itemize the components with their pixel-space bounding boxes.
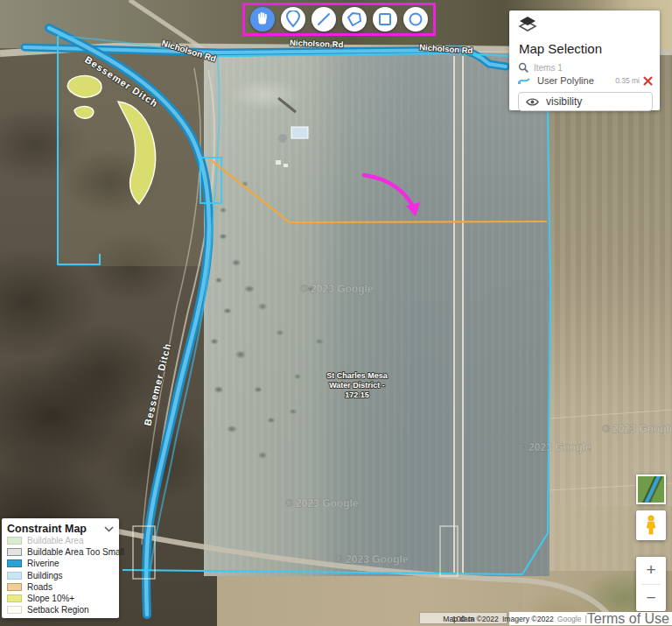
selection-item-name: User Polyline [537,75,615,86]
visibility-label: visibility [546,95,582,108]
legend-title: Constraint Map [7,523,87,535]
legend-row-slope: Slope 10%+ [7,593,114,604]
swatch-riverine [7,559,22,567]
legend-row-setback: Setback Region [7,604,114,615]
items-count-row: Items 1 [518,62,653,74]
legend-label: Buildable Area Too Small [27,547,124,557]
polygon-icon [346,11,363,28]
satellite-vegetation-specks [204,51,550,576]
street-view-pegman-button[interactable] [636,510,666,540]
search-icon [518,62,529,74]
legend-row-buildable-area: Buildable Area [7,535,114,546]
line-tool-button[interactable] [312,7,336,32]
legend-label: Buildings [27,571,63,580]
swatch-setback [7,606,22,614]
zoom-out-button[interactable]: − [636,585,666,612]
swatch-roads [7,583,22,591]
pan-hand-tool-button[interactable] [250,7,275,32]
polyline-icon [518,75,531,86]
selection-item-measure: 0.35 mi [615,76,640,85]
circle-tool-button[interactable] [403,7,428,32]
remove-icon[interactable] [643,76,653,86]
rectangle-icon [376,11,394,28]
terms-of-use-link[interactable]: Terms of Use [587,611,669,626]
selection-item-row[interactable]: User Polyline 0.35 mi [518,75,653,86]
pegman-icon [644,515,658,536]
eye-icon [526,97,539,107]
legend-row-riverine: Riverine [7,558,114,569]
map-data-credit: Map data ©2022 [443,615,499,623]
panel-title: Map Selection [519,41,653,56]
map-canvas[interactable]: Nicholson Rd Nicholson Rd Nicholson Rd B… [0,0,672,626]
hand-icon [254,11,271,28]
swatch-buildings [7,572,22,580]
legend-row-roads: Roads [7,581,114,593]
rectangle-tool-button[interactable] [373,7,397,32]
legend-label: Slope 10%+ [27,594,74,603]
drawing-toolbar [242,3,436,36]
map-attribution: Map data ©2022 Imagery ©2022 Google | Te… [509,612,672,625]
swatch-slope [7,594,22,602]
map-preview-button[interactable] [636,475,666,504]
visibility-toggle[interactable]: visibility [518,92,653,111]
legend-row-buildings: Buildings [7,570,114,581]
legend-header[interactable]: Constraint Map [7,523,114,535]
swatch-buildable-area [7,537,22,545]
chevron-down-icon [104,526,114,532]
map-selection-panel: Map Selection Items 1 User Polyline 0.35… [509,11,660,110]
swatch-buildable-too-small [7,548,22,556]
constraint-map-legend: Constraint Map Buildable Area Buildable … [2,518,119,618]
layers-icon [518,15,537,32]
imagery-credit: Imagery ©2022 [502,615,554,623]
polygon-tool-button[interactable] [342,7,367,32]
legend-label: Setback Region [27,605,89,615]
legend-label: Riverine [27,559,60,568]
legend-label: Roads [27,582,52,592]
marker-tool-button[interactable] [281,7,305,32]
line-icon [315,11,332,28]
zoom-in-button[interactable]: + [636,557,666,584]
zoom-control: + − [636,557,666,611]
circle-icon [407,11,424,28]
satellite-northwest-region [58,51,208,266]
items-count-label: Items 1 [534,63,563,73]
marker-icon [284,11,302,28]
legend-label: Buildable Area [27,536,84,545]
google-credit-link[interactable]: Google [557,615,582,623]
legend-row-buildable-too-small: Buildable Area Too Small [7,546,114,558]
map-preview-thumbnail [638,476,664,503]
